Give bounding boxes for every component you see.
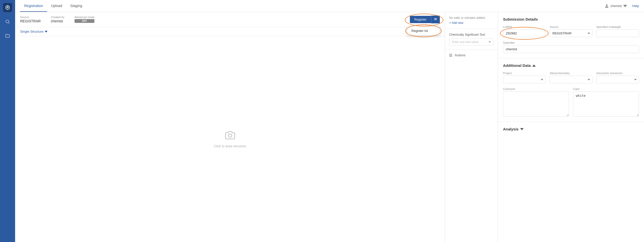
actions-lines-icon	[449, 54, 453, 57]
comment-textarea[interactable]	[503, 91, 569, 117]
folder-icon	[5, 33, 10, 38]
submission-details-section: Submission Details LnbRef Source REGISTR…	[498, 12, 644, 58]
logo-icon	[5, 5, 11, 11]
nav-tabs: Registration Upload Staging	[20, 0, 86, 12]
source-select[interactable]: REGISTRAR	[550, 29, 592, 37]
submitter-field: Submitter	[503, 41, 639, 53]
svg-rect-7	[449, 55, 452, 56]
tab-staging[interactable]: Staging	[66, 0, 86, 12]
camera-icon	[225, 130, 235, 142]
additional-data-section: Additional Data Project	[498, 58, 644, 122]
left-panel: Source REGISTRAR Created by chemist Adva…	[15, 12, 445, 242]
tab-registration[interactable]: Registration	[20, 0, 47, 12]
sidebar-folder[interactable]	[3, 31, 12, 40]
source-field: Source REGISTRAR	[20, 16, 41, 23]
source-label: Source	[20, 16, 41, 19]
advanced-mode-toggle[interactable]: OFF	[75, 19, 95, 23]
specified-molweight-input[interactable]	[596, 29, 639, 37]
advanced-mode-field: Advanced mode OFF	[75, 16, 95, 23]
actions-label: Actions	[455, 53, 466, 57]
created-by-field: Created by chemist	[51, 16, 64, 23]
chem-text-chevron-icon	[488, 41, 491, 43]
color-field: Color white	[573, 87, 639, 117]
register-dropdown: Register lot	[407, 26, 440, 35]
top-nav: Registration Upload Staging chemist Help	[15, 0, 644, 12]
stereochemistry-label: Stereochemistry	[550, 72, 592, 75]
created-by-value: chemist	[51, 19, 64, 23]
chem-text-label: Chemically Significant Text	[449, 33, 494, 36]
add-new-link[interactable]: + Add new	[449, 21, 494, 25]
register-button[interactable]: Register	[410, 16, 431, 23]
color-textarea[interactable]: white	[573, 91, 639, 117]
user-menu[interactable]: chemist	[605, 4, 627, 8]
app-logo[interactable]	[3, 3, 12, 12]
color-label: Color	[573, 87, 639, 90]
help-link[interactable]: Help	[632, 4, 639, 8]
additional-data-toggle[interactable]: Additional Data	[503, 63, 639, 68]
analysis-section: Analysis	[498, 122, 644, 136]
project-select[interactable]	[503, 76, 546, 83]
lnbref-input[interactable]	[503, 29, 546, 37]
structure-type-chevron-icon	[45, 30, 48, 33]
svg-rect-1	[434, 18, 437, 19]
user-icon	[605, 4, 609, 8]
specified-molweight-label: Specified molweight	[596, 25, 639, 28]
geometric-isomerism-field: Geometric isomerism	[596, 72, 639, 83]
user-dropdown-icon	[623, 4, 627, 8]
camera-svg	[225, 130, 235, 140]
actions-section: Actions	[445, 50, 498, 61]
canvas-hint: Click to draw structure	[214, 144, 246, 148]
tab-upload[interactable]: Upload	[47, 0, 66, 12]
right-sub-panel: No salts or solvates added. + Add new Ch…	[445, 12, 498, 242]
project-label: Project	[503, 72, 546, 75]
comment-field: Comment	[503, 87, 569, 117]
comment-label: Comment	[503, 87, 569, 90]
source-value: REGISTRAR	[20, 19, 41, 23]
specified-molweight-field: Specified molweight	[596, 25, 639, 37]
svg-rect-6	[449, 54, 452, 54]
chem-text-input[interactable]: Enter any text value	[449, 38, 494, 45]
register-menu-button[interactable]	[431, 16, 440, 23]
header-actions: Register Register lot	[410, 16, 440, 23]
geometric-isomerism-label: Geometric isomerism	[596, 72, 639, 75]
search-icon	[5, 19, 10, 24]
additional-form-grid: Project Stereochemistry Ge	[503, 72, 639, 83]
no-salts-text: No salts or solvates added.	[449, 16, 494, 20]
chem-text-placeholder: Enter any text value	[452, 40, 479, 44]
submission-details-title: Submission Details	[503, 17, 639, 21]
actions-button[interactable]: Actions	[449, 53, 494, 57]
geometric-isomerism-select[interactable]	[596, 76, 639, 83]
structure-type-selector[interactable]: Single Structure	[20, 30, 48, 33]
register-lot-item[interactable]: Register lot	[407, 26, 440, 35]
structure-canvas[interactable]: Click to draw structure	[15, 36, 445, 242]
project-field: Project	[503, 72, 546, 83]
header-bar: Source REGISTRAR Created by chemist Adva…	[15, 12, 445, 27]
advanced-mode-label: Advanced mode	[75, 16, 95, 19]
header-meta: Source REGISTRAR Created by chemist Adva…	[20, 16, 402, 23]
sidebar-search[interactable]	[3, 17, 12, 26]
additional-data-chevron-icon	[532, 64, 536, 67]
structure-type-label: Single Structure	[20, 30, 44, 33]
lnbref-wrapper	[503, 29, 546, 37]
svg-point-5	[228, 134, 232, 137]
source-form-field: Source REGISTRAR	[550, 25, 592, 37]
analysis-title-text: Analysis	[503, 127, 519, 131]
menu-lines-icon	[434, 17, 437, 21]
svg-point-0	[6, 20, 9, 23]
submitter-grid: Submitter	[503, 41, 639, 53]
additional-data-title: Additional Data	[503, 63, 531, 68]
chem-text-section: Chemically Significant Text Enter any te…	[445, 29, 498, 50]
lnbref-label: LnbRef	[503, 25, 546, 28]
structure-bar: Single Structure View	[15, 27, 445, 36]
svg-rect-3	[434, 20, 437, 20]
svg-rect-2	[434, 19, 437, 19]
right-panel: Submission Details LnbRef Source REGISTR…	[498, 12, 644, 242]
canvas-inner: Click to draw structure	[214, 130, 246, 148]
lnbref-field: LnbRef	[503, 25, 546, 37]
stereochemistry-select[interactable]	[550, 76, 592, 83]
submission-form-grid: LnbRef Source REGISTRAR Spe	[503, 25, 639, 37]
analysis-toggle[interactable]: Analysis	[503, 127, 639, 131]
username: chemist	[610, 4, 622, 8]
sidebar	[0, 0, 15, 242]
submitter-input[interactable]	[503, 45, 639, 53]
